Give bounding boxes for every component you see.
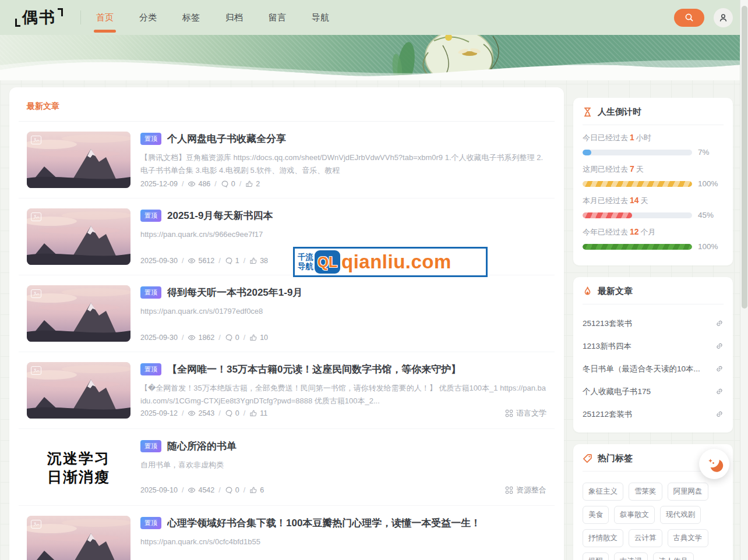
- article-thumbnail[interactable]: [27, 362, 130, 419]
- tag-chip[interactable]: 抒情散文: [583, 529, 623, 547]
- article-thumbnail[interactable]: [27, 516, 130, 560]
- progress-percent: 100%: [698, 179, 724, 188]
- article-meta: 2025-09-12 / 2543 / 0 / 11 语言: [140, 408, 546, 419]
- link-icon: [715, 388, 724, 396]
- article-category[interactable]: 资源整合: [505, 485, 546, 495]
- mountain-sunset-photo: [27, 285, 130, 342]
- article-title[interactable]: 个人网盘电子书收藏全分享: [167, 132, 286, 146]
- article-thumbnail[interactable]: [27, 285, 130, 342]
- article-thumbnail[interactable]: [27, 208, 130, 265]
- thumb-up-icon: [249, 409, 257, 417]
- progress-percent: 100%: [698, 242, 724, 251]
- site-logo[interactable]: 偶书: [15, 7, 63, 28]
- article-title[interactable]: 【全网唯一！35万本古籍0元读！这座民间数字书馆，等你来守护】: [167, 363, 461, 376]
- article-date: 2025-09-12: [140, 409, 178, 417]
- banner-art: [0, 35, 748, 80]
- meta-separator: /: [182, 409, 184, 417]
- tag-chip[interactable]: 诗人作品: [653, 552, 694, 560]
- progress-fill: [583, 181, 692, 187]
- tag-chip[interactable]: 叙事散文: [614, 506, 655, 524]
- image-placeholder-icon: [31, 366, 41, 375]
- latest-article-title: 个人收藏电子书175: [583, 387, 711, 397]
- scrollbar-thumb[interactable]: [742, 6, 747, 309]
- tag-chip[interactable]: 雪莱奖: [629, 483, 662, 501]
- sidebar: 人生倒计时 今日已经过去1小时 7% 这周已经过去7天 100% 本月已经过去1…: [573, 98, 733, 560]
- tag-chip[interactable]: 阿里网盘: [668, 483, 708, 501]
- header-actions: [674, 8, 733, 27]
- article-date: 2025-09-30: [140, 334, 178, 342]
- tag-chip[interactable]: 古诗词: [614, 552, 648, 560]
- user-avatar-button[interactable]: [714, 8, 733, 27]
- article-title[interactable]: 心理学领域好书合集下载！100本豆瓣热门心理学，读懂一本受益一生！: [167, 516, 481, 530]
- countdown-label: 今日已经过去1小时: [583, 133, 724, 143]
- tag-chip[interactable]: 美食: [583, 506, 609, 524]
- mountain-sunset-photo: [27, 516, 130, 560]
- countdown-label: 本月已经过去14天: [583, 196, 724, 206]
- tag-chip[interactable]: 现代戏剧: [660, 506, 701, 524]
- nav-item[interactable]: 分类: [139, 6, 157, 29]
- nav-item[interactable]: 留言: [269, 6, 286, 29]
- watermark-domain: qianliu.com: [341, 251, 451, 273]
- article-row[interactable]: 置顶 【全网唯一！35万本古籍0元读！这座民间数字书馆，等你来守护】 【�全网首…: [19, 352, 555, 429]
- latest-article-title: 251213套装书: [583, 318, 711, 329]
- article-description: 【腾讯文档】豆角糍资源库 https://docs.qq.com/sheet/D…: [140, 151, 546, 177]
- progress-track: [583, 150, 692, 155]
- article-row[interactable]: 置顶 心理学领域好书合集下载！100本豆瓣热门心理学，读懂一本受益一生！ htt…: [19, 506, 555, 560]
- nav-item[interactable]: 首页: [96, 6, 114, 29]
- link-icon: [715, 410, 724, 419]
- article-row[interactable]: 置顶 得到每天听一本书2025年1-9月 https://pan.quark.c…: [19, 275, 555, 352]
- meta-separator: /: [182, 334, 184, 342]
- likes-stat: 38: [249, 257, 268, 265]
- nav-item[interactable]: 归档: [225, 6, 243, 29]
- article-row[interactable]: 置顶 个人网盘电子书收藏全分享 【腾讯文档】豆角糍资源库 https://doc…: [19, 122, 555, 199]
- article-thumbnail[interactable]: [27, 132, 130, 188]
- search-button[interactable]: [674, 9, 704, 27]
- meta-separator: /: [182, 486, 184, 494]
- tag-chip[interactable]: 古典文学: [668, 529, 708, 547]
- nav-item[interactable]: 导航: [312, 6, 329, 29]
- comment-icon: [221, 180, 229, 188]
- latest-article-title: 1213新书四本: [583, 341, 711, 352]
- likes-stat: 6: [249, 486, 264, 494]
- latest-article-item[interactable]: 1213新书四本: [583, 335, 724, 357]
- latest-article-item[interactable]: 冬日书单（最适合冬天读的10本...: [583, 357, 724, 380]
- article-description: https://pan.quark.cn/s/966ec9ee7f17: [140, 228, 546, 241]
- meta-separator: /: [244, 257, 245, 265]
- nav-item[interactable]: 标签: [182, 6, 200, 29]
- latest-article-item[interactable]: 251213套装书: [583, 312, 724, 335]
- article-category[interactable]: 语言文学: [505, 408, 546, 419]
- meta-separator: /: [218, 486, 220, 494]
- meta-separator: /: [244, 409, 245, 417]
- meta-separator: /: [239, 180, 241, 188]
- image-placeholder-icon: [31, 289, 41, 298]
- study-calligraphy-image: 沉迷学习日渐消瘦: [27, 439, 130, 495]
- logo-bracket-right: [58, 8, 63, 16]
- pinned-badge: 置顶: [140, 440, 161, 452]
- latest-article-item[interactable]: 个人收藏电子书175: [583, 380, 724, 403]
- article-title[interactable]: 20251-9月每天新书四本: [167, 209, 273, 222]
- article-body: 置顶 【全网唯一！35万本古籍0元读！这座民间数字书馆，等你来守护】 【�全网首…: [140, 362, 546, 419]
- site-header: 偶书 首页分类标签归档留言导航: [0, 0, 748, 35]
- article-title[interactable]: 得到每天听一本书2025年1-9月: [167, 286, 302, 299]
- progress-fill: [583, 244, 692, 250]
- article-date: 2025-12-09: [140, 180, 178, 188]
- tag-chip[interactable]: 象征主义: [583, 483, 623, 501]
- countdown-label: 今年已经过去12个月: [583, 227, 724, 238]
- article-description: https://pan.quark.cn/s/01797edf0ce8: [140, 305, 546, 318]
- article-thumbnail[interactable]: 沉迷学习日渐消瘦: [27, 439, 130, 495]
- tag-chip[interactable]: 云计算: [629, 529, 662, 547]
- countdown-row: 这周已经过去7天 100%: [583, 164, 724, 188]
- theme-toggle-button[interactable]: [699, 449, 729, 479]
- link-icon: [715, 365, 724, 373]
- tag-chip[interactable]: 提醒: [583, 552, 609, 560]
- countdown-label: 这周已经过去7天: [583, 164, 724, 175]
- meta-separator: /: [244, 334, 245, 342]
- article-row[interactable]: 沉迷学习日渐消瘦 置顶 随心所浴的书单 自用书单，喜欢非虚构类 2025-09-…: [19, 429, 555, 506]
- article-title[interactable]: 随心所浴的书单: [167, 440, 237, 453]
- image-placeholder-icon: [31, 136, 41, 144]
- latest-article-item[interactable]: 251212套装书: [583, 403, 724, 426]
- comments-stat: 0: [225, 409, 239, 417]
- scrollbar-track[interactable]: [740, 0, 748, 560]
- latest-articles-card: 最新文章 251213套装书 1213新书四本 冬日书单（最适合冬天读的10本.…: [573, 277, 733, 433]
- main-nav: 首页分类标签归档留言导航: [96, 6, 329, 29]
